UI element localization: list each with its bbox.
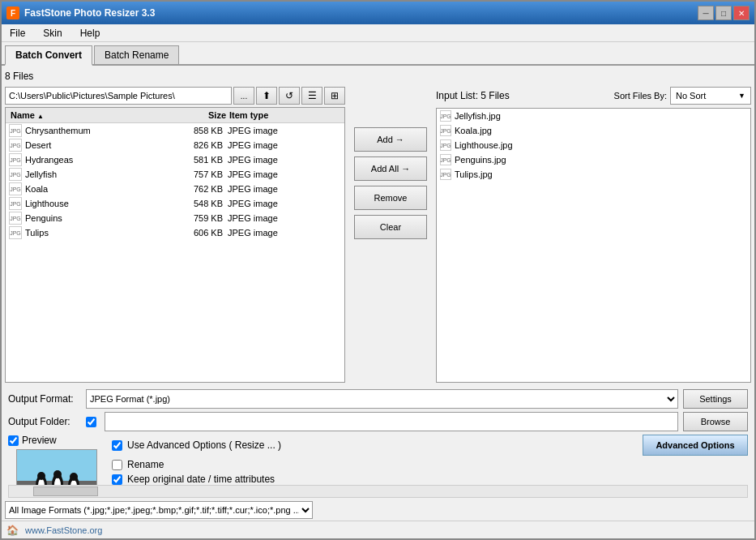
- input-file-name: Tulips.jpg: [455, 169, 493, 179]
- output-folder-checkbox[interactable]: [86, 417, 96, 427]
- file-size: 757 KB: [171, 169, 228, 179]
- close-window-button[interactable]: ✕: [733, 6, 750, 20]
- clear-button[interactable]: Clear: [354, 215, 427, 239]
- output-format-row: Output Format: JPEG Format (*.jpg) Setti…: [8, 389, 748, 409]
- sort-dropdown-arrow: ▼: [738, 92, 745, 100]
- input-file-rows: JPG Jellyfish.jpg JPG Koala.jpg JPG Ligh…: [437, 109, 750, 182]
- use-advanced-checkbox[interactable]: [112, 440, 122, 451]
- preview-checkbox-row: Preview: [8, 435, 57, 446]
- add-button[interactable]: Add →: [354, 127, 427, 152]
- advanced-options-button[interactable]: Advanced Options: [643, 435, 748, 456]
- output-folder-row: Output Folder: Browse: [8, 412, 748, 431]
- menu-file[interactable]: File: [5, 26, 30, 41]
- tab-batch-rename[interactable]: Batch Rename: [94, 45, 179, 64]
- path-input[interactable]: [5, 87, 232, 105]
- browse-button[interactable]: Browse: [683, 412, 748, 431]
- remove-button[interactable]: Remove: [354, 186, 427, 210]
- file-type: JPEG image: [228, 199, 341, 208]
- sort-select[interactable]: No Sort ▼: [670, 87, 751, 105]
- input-file-icon: JPG: [440, 139, 451, 151]
- bottom-scrollbar-area: [2, 485, 754, 499]
- horizontal-scrollbar[interactable]: [8, 485, 748, 498]
- title-bar-left: F FastStone Photo Resizer 3.3: [6, 6, 155, 19]
- file-row[interactable]: JPG Lighthouse 548 KB JPEG image: [6, 196, 344, 211]
- keep-date-checkbox[interactable]: [112, 474, 122, 485]
- minimize-button[interactable]: ─: [698, 6, 714, 20]
- file-row[interactable]: JPG Tulips 606 KB JPEG image: [6, 225, 344, 240]
- file-name: Chrysanthemum: [25, 126, 171, 135]
- file-type: JPEG image: [228, 155, 341, 165]
- settings-button[interactable]: Settings: [683, 389, 748, 409]
- sort-value: No Sort: [676, 91, 706, 101]
- file-name: Hydrangeas: [25, 155, 171, 165]
- preview-options-row: Preview: [8, 435, 748, 485]
- file-icon: JPG: [9, 197, 22, 210]
- toolbar-refresh-button[interactable]: ↺: [279, 87, 300, 105]
- input-file-row[interactable]: JPG Jellyfish.jpg: [437, 109, 750, 123]
- input-file-name: Lighthouse.jpg: [455, 140, 513, 150]
- middle-buttons: Add → Add All → Remove Clear: [350, 87, 431, 383]
- tab-batch-convert[interactable]: Batch Convert: [5, 45, 92, 66]
- rename-option-row: Rename: [112, 459, 748, 470]
- menu-help[interactable]: Help: [75, 26, 105, 41]
- status-bar: 🏠 www.FastStone.org: [2, 521, 754, 538]
- format-filter-dropdown[interactable]: All Image Formats (*.jpg;*.jpe;*.jpeg;*.…: [5, 501, 313, 519]
- input-file-row[interactable]: JPG Penguins.jpg: [437, 152, 750, 167]
- file-type: JPEG image: [228, 184, 341, 194]
- file-name: Desert: [25, 140, 171, 150]
- file-icon: JPG: [9, 153, 22, 166]
- toolbar-list-view-button[interactable]: ☰: [301, 87, 322, 105]
- file-size: 606 KB: [171, 228, 228, 238]
- rename-checkbox[interactable]: [112, 460, 122, 470]
- file-list[interactable]: Name ▲ Size Item type JPG Chrysanthemum …: [5, 107, 345, 383]
- use-advanced-label: Use Advanced Options ( Resize ... ): [127, 439, 638, 451]
- input-file-name: Jellyfish.jpg: [455, 111, 501, 121]
- toolbar-up-button[interactable]: ⬆: [256, 87, 277, 105]
- column-header-type[interactable]: Item type: [228, 109, 341, 121]
- column-header-size[interactable]: Size: [171, 109, 228, 121]
- file-rows-container: JPG Chrysanthemum 858 KB JPEG image JPG …: [6, 123, 344, 240]
- file-icon: JPG: [9, 182, 22, 195]
- file-row[interactable]: JPG Chrysanthemum 858 KB JPEG image: [6, 123, 344, 138]
- file-count-label: 8 Files: [5, 69, 751, 84]
- input-file-row[interactable]: JPG Koala.jpg: [437, 123, 750, 138]
- file-list-header: Name ▲ Size Item type: [6, 108, 344, 123]
- toolbar-grid-view-button[interactable]: ⊞: [324, 87, 345, 105]
- keep-date-label: Keep original date / time attributes: [127, 474, 275, 485]
- preview-image: [16, 449, 97, 485]
- svg-point-10: [70, 473, 78, 481]
- file-row[interactable]: JPG Koala 762 KB JPEG image: [6, 182, 344, 196]
- file-size: 826 KB: [171, 140, 228, 150]
- input-file-icon: JPG: [440, 125, 451, 136]
- title-bar: F FastStone Photo Resizer 3.3 ─ □ ✕: [2, 2, 754, 24]
- browse-path-button[interactable]: ...: [233, 87, 254, 105]
- sort-label: Sort Files By:: [614, 91, 667, 101]
- menu-skin[interactable]: Skin: [38, 26, 66, 41]
- bottom-section: Output Format: JPEG Format (*.jpg) Setti…: [5, 386, 751, 485]
- input-file-icon: JPG: [440, 154, 451, 165]
- input-list-header: Input List: 5 Files Sort Files By: No So…: [436, 87, 751, 105]
- add-all-button[interactable]: Add All →: [354, 156, 427, 181]
- file-row[interactable]: JPG Jellyfish 757 KB JPEG image: [6, 167, 344, 182]
- output-format-select[interactable]: JPEG Format (*.jpg): [86, 389, 678, 409]
- svg-point-7: [53, 470, 62, 478]
- main-window: F FastStone Photo Resizer 3.3 ─ □ ✕ File…: [0, 0, 756, 540]
- input-file-list[interactable]: JPG Jellyfish.jpg JPG Koala.jpg JPG Ligh…: [436, 108, 751, 383]
- input-file-row[interactable]: JPG Tulips.jpg: [437, 167, 750, 182]
- input-file-row[interactable]: JPG Lighthouse.jpg: [437, 138, 750, 152]
- file-icon: JPG: [9, 168, 22, 181]
- preview-checkbox[interactable]: [8, 435, 19, 446]
- left-panel: ... ⬆ ↺ ☰ ⊞ Name ▲ Size: [5, 87, 345, 383]
- file-row[interactable]: JPG Hydrangeas 581 KB JPEG image: [6, 152, 344, 167]
- file-row[interactable]: JPG Desert 826 KB JPEG image: [6, 138, 344, 152]
- file-name: Penguins: [25, 213, 171, 223]
- output-folder-input[interactable]: [105, 412, 678, 431]
- menu-bar: File Skin Help: [2, 24, 754, 42]
- maximize-button[interactable]: □: [715, 6, 732, 20]
- toolbar-icons: ⬆ ↺ ☰ ⊞: [256, 87, 345, 105]
- column-header-name[interactable]: Name ▲: [9, 109, 171, 121]
- scrollbar-thumb[interactable]: [33, 486, 98, 496]
- input-list-title: Input List: 5 Files: [436, 90, 510, 101]
- file-row[interactable]: JPG Penguins 759 KB JPEG image: [6, 211, 344, 225]
- file-icon: JPG: [9, 226, 22, 239]
